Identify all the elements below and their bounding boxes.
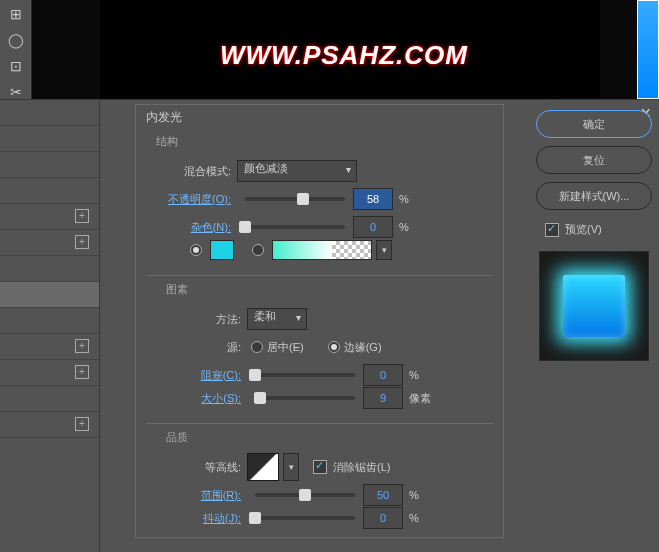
- size-slider[interactable]: [255, 396, 355, 400]
- jitter-label[interactable]: 抖动(J):: [156, 511, 241, 526]
- opacity-input[interactable]: [353, 188, 393, 210]
- quality-heading: 品质: [146, 426, 493, 453]
- new-style-button[interactable]: 新建样式(W)...: [536, 182, 652, 210]
- gradient-dropdown[interactable]: ▾: [376, 240, 392, 260]
- panel-title: 内发光: [136, 105, 503, 130]
- contour-label: 等高线:: [156, 460, 241, 475]
- style-settings: 内发光 结构 混合模式: 颜色减淡 不透明度(O): % 杂色(N): %: [100, 100, 659, 552]
- selection-marquee[interactable]: [637, 0, 659, 99]
- style-item[interactable]: +: [0, 334, 99, 360]
- choke-label[interactable]: 阻塞(C):: [156, 368, 241, 383]
- opacity-unit: %: [399, 193, 409, 205]
- noise-unit: %: [399, 221, 409, 233]
- jitter-unit: %: [409, 512, 419, 524]
- plus-icon[interactable]: +: [75, 209, 89, 223]
- range-unit: %: [409, 489, 419, 501]
- document-area: WWW.PSAHZ.COM: [100, 0, 600, 99]
- styles-list: + + + + +: [0, 100, 100, 552]
- style-item[interactable]: [0, 308, 99, 334]
- style-item[interactable]: [0, 178, 99, 204]
- inner-glow-group: 内发光 结构 混合模式: 颜色减淡 不透明度(O): % 杂色(N): %: [135, 104, 504, 538]
- choke-unit: %: [409, 369, 419, 381]
- style-item[interactable]: [0, 126, 99, 152]
- style-item[interactable]: +: [0, 360, 99, 386]
- technique-select[interactable]: 柔和: [247, 308, 307, 330]
- range-label[interactable]: 范围(R):: [156, 488, 241, 503]
- style-item[interactable]: +: [0, 412, 99, 438]
- color-swatch[interactable]: [210, 240, 234, 260]
- plus-icon[interactable]: +: [75, 365, 89, 379]
- size-unit: 像素: [409, 391, 431, 406]
- style-item[interactable]: [0, 100, 99, 126]
- contour-dropdown[interactable]: ▾: [283, 453, 299, 481]
- tool-move-icon[interactable]: ⊞: [2, 2, 30, 26]
- technique-label: 方法:: [156, 312, 241, 327]
- size-input[interactable]: [363, 387, 403, 409]
- style-item[interactable]: [0, 386, 99, 412]
- elements-heading: 图素: [146, 278, 493, 305]
- plus-icon[interactable]: +: [75, 339, 89, 353]
- gradient-radio[interactable]: [252, 244, 264, 256]
- canvas[interactable]: WWW.PSAHZ.COM: [32, 0, 659, 99]
- antialias-checkbox[interactable]: [313, 460, 327, 474]
- antialias-label: 消除锯齿(L): [333, 460, 390, 475]
- plus-icon[interactable]: +: [75, 417, 89, 431]
- tool-lasso-icon[interactable]: ◯: [2, 28, 30, 52]
- source-edge-label: 边缘(G): [344, 340, 382, 355]
- editor-background: ⊞ ◯ ⊡ ✂ WWW.PSAHZ.COM: [0, 0, 659, 99]
- noise-label[interactable]: 杂色(N):: [146, 220, 231, 235]
- tool-select-icon[interactable]: ⊡: [2, 54, 30, 78]
- blend-mode-label: 混合模式:: [146, 164, 231, 179]
- jitter-slider[interactable]: [255, 516, 355, 520]
- preview-box: [539, 251, 649, 361]
- choke-slider[interactable]: [255, 373, 355, 377]
- size-label[interactable]: 大小(S):: [156, 391, 241, 406]
- color-radio[interactable]: [190, 244, 202, 256]
- dialog-buttons: 确定 复位 新建样式(W)... 预览(V): [529, 110, 659, 371]
- jitter-input[interactable]: [363, 507, 403, 529]
- style-item[interactable]: +: [0, 230, 99, 256]
- gradient-swatch[interactable]: [272, 240, 372, 260]
- opacity-label[interactable]: 不透明度(O):: [146, 192, 231, 207]
- noise-input[interactable]: [353, 216, 393, 238]
- style-item-inner-glow[interactable]: [0, 282, 99, 308]
- preview-checkbox[interactable]: [545, 223, 559, 237]
- style-item[interactable]: [0, 152, 99, 178]
- choke-input[interactable]: [363, 364, 403, 386]
- range-input[interactable]: [363, 484, 403, 506]
- opacity-slider[interactable]: [245, 197, 345, 201]
- structure-heading: 结构: [136, 130, 503, 157]
- watermark-text: WWW.PSAHZ.COM: [220, 40, 468, 71]
- plus-icon[interactable]: +: [75, 235, 89, 249]
- blend-mode-select[interactable]: 颜色减淡: [237, 160, 357, 182]
- noise-slider[interactable]: [245, 225, 345, 229]
- source-center-label: 居中(E): [267, 340, 304, 355]
- layer-style-dialog: ✕ + + + + + 内发光 结构 混合模式: 颜色减淡 不透明度(O):: [0, 99, 659, 552]
- ok-button[interactable]: 确定: [536, 110, 652, 138]
- reset-button[interactable]: 复位: [536, 146, 652, 174]
- contour-picker[interactable]: [247, 453, 279, 481]
- source-label: 源:: [156, 340, 241, 355]
- style-item[interactable]: +: [0, 204, 99, 230]
- tools-toolbar: ⊞ ◯ ⊡ ✂: [0, 0, 32, 99]
- preview-swatch: [563, 275, 625, 337]
- source-edge-radio[interactable]: [328, 341, 340, 353]
- range-slider[interactable]: [255, 493, 355, 497]
- preview-label: 预览(V): [565, 222, 602, 237]
- style-item[interactable]: [0, 256, 99, 282]
- source-center-radio[interactable]: [251, 341, 263, 353]
